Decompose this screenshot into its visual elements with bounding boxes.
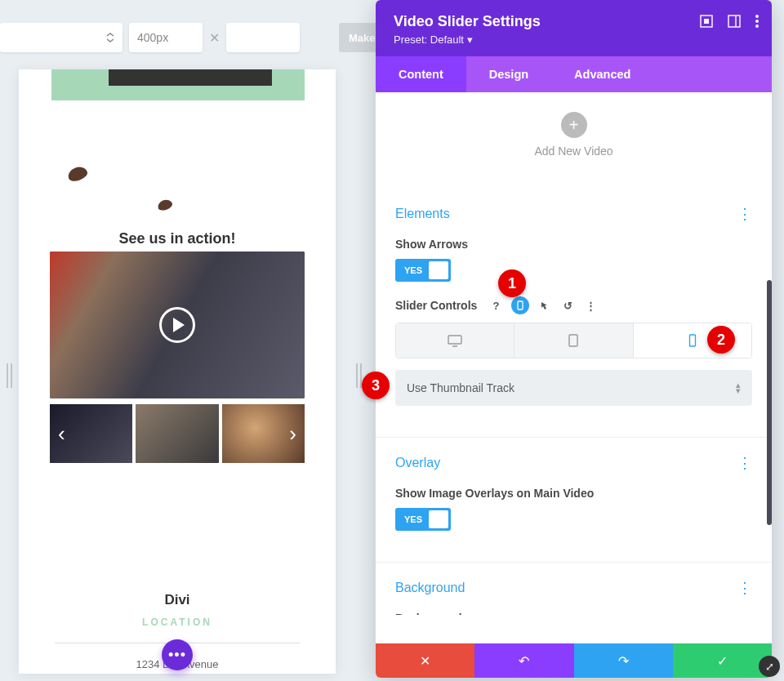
resize-handle-left[interactable] — [7, 363, 12, 388]
panel-header: Video Slider Settings Preset: Default ▾ — [376, 0, 772, 56]
add-video-button[interactable]: + — [561, 112, 587, 138]
svg-rect-2 — [728, 16, 740, 27]
clear-width-icon[interactable]: ✕ — [209, 30, 220, 46]
panel-preset[interactable]: Preset: Default ▾ — [394, 33, 473, 46]
undo-button[interactable]: ↶ — [474, 643, 573, 678]
more-icon[interactable] — [755, 15, 759, 28]
mobile-preview: See us in action! ‹ › Divi LOCATION 1234… — [19, 69, 336, 674]
svg-rect-8 — [448, 336, 461, 344]
chevron-down-icon: ▾ — [467, 33, 473, 46]
section-more-icon[interactable]: ⋮ — [737, 579, 752, 597]
snap-icon[interactable] — [700, 15, 713, 28]
svg-rect-1 — [704, 19, 709, 24]
reset-icon[interactable]: ↺ — [560, 298, 575, 313]
responsive-icon[interactable] — [511, 296, 529, 314]
device-select[interactable] — [0, 23, 122, 52]
background-title[interactable]: Background — [395, 581, 465, 595]
panel-tabs: Content Design Advanced — [376, 56, 772, 92]
svg-rect-7 — [518, 301, 523, 309]
save-button[interactable]: ✓ — [673, 643, 772, 678]
preview-hero-block — [51, 69, 305, 100]
section-more-icon[interactable]: ⋮ — [737, 454, 752, 472]
annotation-3: 3 — [362, 372, 390, 399]
show-overlays-toggle[interactable]: YES — [395, 508, 451, 531]
help-icon[interactable]: ? — [488, 298, 503, 313]
tab-design[interactable]: Design — [466, 56, 551, 92]
preview-button-bar — [109, 69, 272, 86]
svg-rect-10 — [569, 335, 577, 346]
annotation-2: 2 — [707, 326, 735, 354]
slider-controls-label: Slider Controls ? ↺ ⋮ — [395, 296, 752, 314]
section-overlay: Overlay ⋮ Show Image Overlays on Main Vi… — [376, 437, 772, 562]
device-tabs — [395, 323, 752, 358]
next-arrow-icon[interactable]: › — [289, 421, 296, 447]
select-caret-icon: ▴▾ — [736, 382, 741, 394]
background-label: Background — [395, 612, 752, 615]
hover-icon[interactable] — [537, 298, 552, 313]
tab-advanced[interactable]: Advanced — [551, 56, 653, 92]
footer-name: Divi — [19, 592, 336, 608]
expand-corner-icon[interactable]: ⤢ — [759, 656, 780, 677]
svg-point-6 — [755, 24, 759, 28]
slider-controls-select[interactable]: Use Thumbnail Track ▴▾ — [395, 370, 752, 406]
width-input[interactable]: 400px — [129, 23, 203, 52]
device-tablet[interactable] — [514, 323, 633, 358]
svg-point-4 — [755, 15, 759, 18]
show-arrows-toggle[interactable]: YES — [395, 259, 451, 282]
section-elements: Elements ⋮ Show Arrows YES Slider Contro… — [376, 182, 772, 437]
preview-heading: See us in action! — [19, 230, 336, 247]
overlay-title[interactable]: Overlay — [395, 456, 440, 470]
tab-content[interactable]: Content — [376, 56, 466, 92]
thumbnail[interactable] — [136, 404, 218, 463]
svg-rect-11 — [689, 335, 695, 346]
panel-scrollbar[interactable] — [767, 280, 772, 525]
preview-toolbar: 400px ✕ — [0, 23, 343, 52]
preview-main-video[interactable] — [50, 251, 305, 398]
panel-footer: ✕ ↶ ↷ ✓ — [376, 643, 772, 678]
svg-point-5 — [755, 20, 759, 23]
resize-handle-right[interactable] — [356, 363, 362, 388]
elements-title[interactable]: Elements — [395, 207, 450, 221]
cancel-button[interactable]: ✕ — [376, 643, 474, 678]
play-icon[interactable] — [159, 307, 195, 343]
show-arrows-label: Show Arrows — [395, 238, 752, 251]
module-options-fab[interactable]: ••• — [162, 639, 193, 670]
section-background: Background ⋮ Background — [376, 562, 772, 615]
panel-body[interactable]: + Add New Video Elements ⋮ Show Arrows Y… — [376, 92, 772, 615]
preview-decor — [19, 159, 336, 225]
footer-location-label: LOCATION — [19, 616, 336, 628]
dock-icon[interactable] — [728, 15, 741, 28]
show-overlays-label: Show Image Overlays on Main Video — [395, 487, 752, 500]
redo-button[interactable]: ↷ — [574, 643, 673, 678]
thumbnail[interactable]: ‹ — [50, 404, 132, 463]
add-new-video: + Add New Video — [376, 92, 772, 182]
preview-thumbnail-track: ‹ › — [50, 404, 305, 463]
prev-arrow-icon[interactable]: ‹ — [58, 421, 65, 447]
add-video-label: Add New Video — [376, 145, 772, 158]
section-more-icon[interactable]: ⋮ — [737, 205, 752, 223]
thumbnail[interactable]: › — [222, 404, 305, 463]
option-more-icon[interactable]: ⋮ — [583, 298, 598, 313]
device-desktop[interactable] — [396, 323, 514, 358]
annotation-1: 1 — [498, 269, 526, 297]
height-input[interactable] — [226, 23, 300, 52]
